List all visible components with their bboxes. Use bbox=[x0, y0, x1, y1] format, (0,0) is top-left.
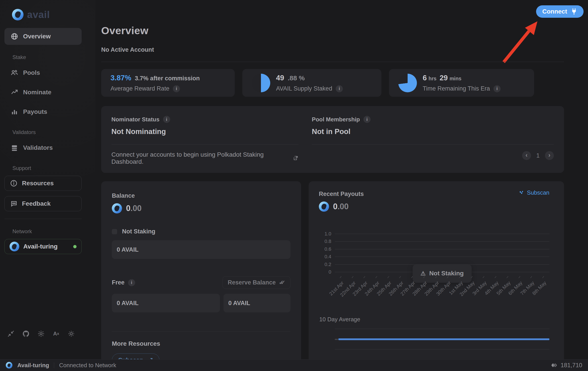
stat-average-reward-rate: 3.87% 3.7% after commission Average Rewa… bbox=[101, 69, 235, 97]
balance-legend: Not Staking bbox=[112, 228, 290, 235]
sidebar-item-overview[interactable]: Overview bbox=[4, 28, 82, 45]
collapse-sidebar-button[interactable] bbox=[7, 329, 15, 338]
server-icon bbox=[11, 144, 18, 152]
footer-status-bar: Avail-turing Connected to Network 181,71… bbox=[0, 359, 588, 371]
sidebar-item-pools[interactable]: Pools bbox=[4, 65, 82, 81]
ten-day-average-label: 10 Day Average bbox=[319, 316, 549, 323]
app-logo-text: avail bbox=[27, 9, 50, 20]
payouts-chart: 1.0 0.8 0.6 bbox=[319, 231, 549, 275]
era-hours-unit: hrs bbox=[429, 76, 436, 82]
stat-era-time-remaining: 6 hrs 29 mins Time Remaining This Era i bbox=[389, 69, 534, 97]
resources-button[interactable]: Resources bbox=[4, 176, 82, 191]
pager-previous-button[interactable]: ‹ bbox=[522, 151, 531, 160]
info-icon[interactable]: i bbox=[363, 116, 370, 123]
language-button[interactable]: Ax bbox=[52, 329, 60, 338]
subscan-link[interactable]: Subscan bbox=[519, 189, 549, 196]
reserve-balance-button[interactable]: Reserve Balance ✓✓ bbox=[222, 276, 290, 289]
info-icon[interactable]: i bbox=[173, 85, 180, 92]
y-axis-tick: 1.0 bbox=[319, 231, 331, 237]
trend-up-icon bbox=[11, 88, 18, 96]
gridline bbox=[335, 256, 549, 257]
balance-amount: 0.00 bbox=[112, 203, 290, 213]
pager-next-button[interactable]: › bbox=[545, 151, 554, 160]
sidebar-utility-icons: Ax bbox=[7, 329, 75, 338]
subscan-icon bbox=[519, 190, 524, 195]
reserve-balance-bar: 0 AVAIL bbox=[223, 294, 290, 312]
theme-brightness-button[interactable] bbox=[67, 329, 75, 338]
chat-bubble-icon bbox=[10, 200, 18, 207]
staking-status-card: Nominator Status i Not Nominating Connec… bbox=[101, 106, 564, 173]
info-icon[interactable]: i bbox=[128, 279, 135, 286]
plug-icon bbox=[571, 8, 577, 15]
sidebar: avail Overview Stake Pools Nominate Payo… bbox=[0, 0, 95, 359]
pool-membership-section: Pool Membership i Not in Pool ‹ 1 › bbox=[310, 116, 554, 165]
payouts-amount: 0.00 bbox=[319, 201, 549, 212]
connect-accounts-prompt[interactable]: Connect your accounts to begin using Pol… bbox=[111, 151, 298, 165]
github-icon bbox=[22, 330, 30, 338]
footer-block-number: 181,710 bbox=[551, 362, 582, 369]
stat-supply-staked: 49.88 % AVAIL Supply Staked i bbox=[242, 69, 381, 97]
free-balance-bar: 0 AVAIL bbox=[112, 294, 220, 312]
avail-token-icon bbox=[112, 203, 122, 213]
reward-rate-label: Average Reward Rate bbox=[111, 85, 169, 92]
not-staking-label: Not Staking bbox=[122, 228, 155, 235]
x-axis-slot: 8th May bbox=[537, 276, 549, 306]
network-selector[interactable]: Avail-turing bbox=[4, 239, 82, 254]
reward-rate-note: 3.7% after commission bbox=[135, 75, 200, 82]
info-icon[interactable]: i bbox=[494, 85, 501, 92]
sidebar-section-validators: Validators bbox=[12, 129, 95, 135]
supply-staked-label: AVAIL Supply Staked bbox=[276, 85, 332, 92]
staking-dashboard: avail Overview Stake Pools Nominate Payo… bbox=[0, 0, 588, 371]
account-status: No Active Account bbox=[101, 46, 564, 53]
footer-connection-status: Connected to Network bbox=[59, 362, 116, 369]
info-icon[interactable]: i bbox=[163, 116, 170, 123]
average-line-start bbox=[335, 339, 338, 340]
avail-logo-icon bbox=[12, 9, 23, 21]
info-icon bbox=[10, 180, 18, 187]
settings-button[interactable] bbox=[37, 329, 45, 338]
balance-amount-int: 0 bbox=[126, 204, 130, 213]
sidebar-item-validators[interactable]: Validators bbox=[4, 140, 82, 156]
info-icon[interactable]: i bbox=[336, 85, 343, 92]
payouts-amount-int: 0 bbox=[333, 202, 337, 211]
double-check-icon: ✓✓ bbox=[279, 279, 285, 286]
feedback-label: Feedback bbox=[22, 200, 51, 207]
era-time-label: Time Remaining This Era bbox=[423, 85, 490, 92]
y-axis-tick: 0.6 bbox=[319, 246, 331, 252]
page-title: Overview bbox=[101, 24, 564, 37]
era-time-pie-chart bbox=[398, 74, 417, 92]
divider bbox=[112, 331, 290, 332]
gear-icon bbox=[37, 330, 45, 338]
network-name: Avail-turing bbox=[23, 243, 58, 250]
pager-page-number: 1 bbox=[536, 152, 540, 159]
reserve-balance-label: Reserve Balance bbox=[228, 279, 276, 286]
footer-separator bbox=[54, 362, 54, 368]
balance-title: Balance bbox=[112, 192, 290, 199]
y-axis-tick: 0.8 bbox=[319, 239, 331, 244]
bar-chart-icon bbox=[11, 108, 18, 116]
sidebar-item-label: Nominate bbox=[23, 89, 52, 96]
footer-network-icon bbox=[6, 362, 12, 369]
status-pager: ‹ 1 › bbox=[522, 151, 554, 160]
era-minutes-unit: mins bbox=[450, 76, 462, 82]
footer-network-name: Avail-turing bbox=[17, 362, 49, 369]
sidebar-section-stake: Stake bbox=[12, 54, 95, 60]
sidebar-item-nominate[interactable]: Nominate bbox=[4, 84, 82, 100]
nominator-status-value: Not Nominating bbox=[111, 127, 298, 136]
resources-label: Resources bbox=[22, 180, 54, 187]
gridline bbox=[335, 234, 549, 234]
payouts-x-axis: 21st Apr 22nd Apr 23rd Apr 24th Apr 25th… bbox=[335, 276, 549, 306]
sidebar-item-label: Overview bbox=[23, 33, 51, 40]
nominator-status-label: Nominator Status bbox=[111, 116, 159, 123]
online-status-dot bbox=[73, 245, 76, 248]
recent-payouts-title: Recent Payouts bbox=[319, 191, 364, 198]
cards-row: Balance 0.00 Not Staking 0 AVAIL Free i bbox=[101, 181, 564, 366]
subscan-link-label: Subscan bbox=[527, 189, 549, 196]
sidebar-nav: Overview Stake Pools Nominate Payouts Va… bbox=[4, 28, 95, 254]
feedback-button[interactable]: Feedback bbox=[4, 196, 82, 211]
globe-icon bbox=[11, 33, 18, 40]
sidebar-section-support: Support bbox=[12, 165, 95, 171]
sidebar-item-payouts[interactable]: Payouts bbox=[4, 104, 82, 120]
main-content: Overview No Active Account 3.87% 3.7% af… bbox=[101, 0, 564, 366]
github-button[interactable] bbox=[22, 329, 30, 338]
